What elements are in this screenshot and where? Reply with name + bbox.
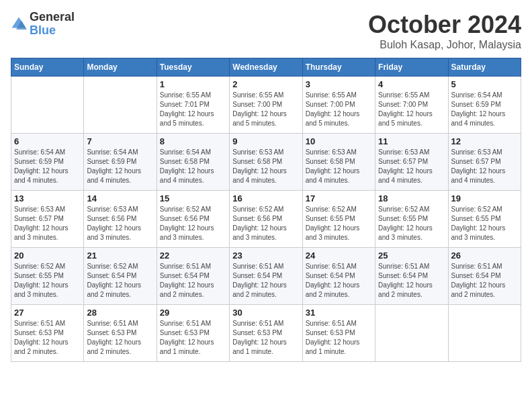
calendar-cell — [448, 305, 521, 362]
calendar: SundayMondayTuesdayWednesdayThursdayFrid… — [11, 58, 521, 362]
day-info: Sunrise: 6:51 AM Sunset: 6:53 PM Dayligh… — [160, 319, 226, 357]
day-number: 18 — [378, 193, 445, 203]
calendar-cell: 30Sunrise: 6:51 AM Sunset: 6:53 PM Dayli… — [230, 305, 302, 362]
calendar-cell: 10Sunrise: 6:53 AM Sunset: 6:58 PM Dayli… — [302, 134, 375, 191]
calendar-cell: 5Sunrise: 6:54 AM Sunset: 6:59 PM Daylig… — [448, 77, 521, 134]
calendar-cell: 12Sunrise: 6:53 AM Sunset: 6:57 PM Dayli… — [448, 134, 521, 191]
calendar-cell: 16Sunrise: 6:52 AM Sunset: 6:56 PM Dayli… — [230, 191, 302, 248]
calendar-cell: 6Sunrise: 6:54 AM Sunset: 6:59 PM Daylig… — [11, 134, 84, 191]
calendar-cell: 22Sunrise: 6:51 AM Sunset: 6:54 PM Dayli… — [157, 248, 229, 305]
day-header-sunday: Sunday — [11, 58, 84, 77]
day-info: Sunrise: 6:52 AM Sunset: 6:54 PM Dayligh… — [87, 262, 153, 300]
logo-icon — [11, 16, 27, 32]
calendar-cell: 21Sunrise: 6:52 AM Sunset: 6:54 PM Dayli… — [84, 248, 157, 305]
month-title: October 2024 — [368, 11, 521, 39]
day-number: 4 — [378, 79, 445, 89]
calendar-cell: 23Sunrise: 6:51 AM Sunset: 6:54 PM Dayli… — [230, 248, 302, 305]
day-info: Sunrise: 6:51 AM Sunset: 6:53 PM Dayligh… — [232, 319, 299, 357]
day-info: Sunrise: 6:53 AM Sunset: 6:56 PM Dayligh… — [87, 205, 153, 242]
calendar-cell: 25Sunrise: 6:51 AM Sunset: 6:54 PM Dayli… — [375, 248, 448, 305]
calendar-cell: 7Sunrise: 6:54 AM Sunset: 6:59 PM Daylig… — [84, 134, 157, 191]
day-number: 7 — [87, 136, 153, 146]
day-info: Sunrise: 6:55 AM Sunset: 7:00 PM Dayligh… — [306, 91, 372, 128]
day-number: 6 — [14, 136, 81, 146]
day-info: Sunrise: 6:54 AM Sunset: 6:58 PM Dayligh… — [160, 148, 226, 185]
day-info: Sunrise: 6:53 AM Sunset: 6:57 PM Dayligh… — [451, 148, 518, 185]
calendar-cell: 9Sunrise: 6:53 AM Sunset: 6:58 PM Daylig… — [230, 134, 302, 191]
calendar-cell: 18Sunrise: 6:52 AM Sunset: 6:55 PM Dayli… — [375, 191, 448, 248]
day-info: Sunrise: 6:51 AM Sunset: 6:54 PM Dayligh… — [160, 262, 226, 300]
day-info: Sunrise: 6:52 AM Sunset: 6:56 PM Dayligh… — [232, 205, 299, 242]
day-info: Sunrise: 6:52 AM Sunset: 6:55 PM Dayligh… — [14, 262, 81, 300]
day-info: Sunrise: 6:51 AM Sunset: 6:54 PM Dayligh… — [306, 262, 372, 300]
calendar-cell: 1Sunrise: 6:55 AM Sunset: 7:01 PM Daylig… — [157, 77, 229, 134]
day-info: Sunrise: 6:51 AM Sunset: 6:54 PM Dayligh… — [451, 262, 518, 300]
day-number: 13 — [14, 193, 81, 203]
day-info: Sunrise: 6:53 AM Sunset: 6:57 PM Dayligh… — [14, 205, 81, 242]
day-info: Sunrise: 6:51 AM Sunset: 6:53 PM Dayligh… — [14, 319, 81, 357]
logo-blue: Blue — [30, 24, 75, 38]
day-number: 19 — [451, 193, 518, 203]
calendar-cell: 19Sunrise: 6:52 AM Sunset: 6:55 PM Dayli… — [448, 191, 521, 248]
calendar-cell: 14Sunrise: 6:53 AM Sunset: 6:56 PM Dayli… — [84, 191, 157, 248]
day-header-thursday: Thursday — [302, 58, 375, 77]
day-number: 15 — [160, 193, 226, 203]
day-number: 24 — [306, 250, 372, 261]
day-info: Sunrise: 6:51 AM Sunset: 6:53 PM Dayligh… — [306, 319, 372, 357]
calendar-cell: 15Sunrise: 6:52 AM Sunset: 6:56 PM Dayli… — [157, 191, 229, 248]
day-info: Sunrise: 6:53 AM Sunset: 6:58 PM Dayligh… — [232, 148, 299, 185]
day-header-friday: Friday — [375, 58, 448, 77]
day-number: 28 — [87, 308, 153, 318]
day-number: 29 — [160, 308, 226, 318]
calendar-cell: 4Sunrise: 6:55 AM Sunset: 7:00 PM Daylig… — [375, 77, 448, 134]
day-info: Sunrise: 6:55 AM Sunset: 7:01 PM Dayligh… — [160, 91, 226, 128]
day-info: Sunrise: 6:52 AM Sunset: 6:55 PM Dayligh… — [306, 205, 372, 242]
day-number: 22 — [160, 250, 226, 261]
day-number: 30 — [232, 308, 299, 318]
day-number: 25 — [378, 250, 445, 261]
day-number: 21 — [87, 250, 153, 261]
calendar-cell: 28Sunrise: 6:51 AM Sunset: 6:53 PM Dayli… — [84, 305, 157, 362]
day-info: Sunrise: 6:51 AM Sunset: 6:54 PM Dayligh… — [378, 262, 445, 300]
day-info: Sunrise: 6:52 AM Sunset: 6:56 PM Dayligh… — [160, 205, 226, 242]
day-info: Sunrise: 6:51 AM Sunset: 6:54 PM Dayligh… — [232, 262, 299, 300]
calendar-cell — [11, 77, 84, 134]
calendar-cell: 31Sunrise: 6:51 AM Sunset: 6:53 PM Dayli… — [302, 305, 375, 362]
day-info: Sunrise: 6:55 AM Sunset: 7:00 PM Dayligh… — [232, 91, 299, 128]
logo: General Blue — [11, 11, 75, 38]
calendar-cell: 27Sunrise: 6:51 AM Sunset: 6:53 PM Dayli… — [11, 305, 84, 362]
day-number: 1 — [160, 79, 226, 89]
day-number: 16 — [232, 193, 299, 203]
day-info: Sunrise: 6:54 AM Sunset: 6:59 PM Dayligh… — [87, 148, 153, 185]
day-info: Sunrise: 6:54 AM Sunset: 6:59 PM Dayligh… — [14, 148, 81, 185]
day-number: 2 — [232, 79, 299, 89]
calendar-cell: 17Sunrise: 6:52 AM Sunset: 6:55 PM Dayli… — [302, 191, 375, 248]
day-header-wednesday: Wednesday — [230, 58, 302, 77]
calendar-cell: 29Sunrise: 6:51 AM Sunset: 6:53 PM Dayli… — [157, 305, 229, 362]
calendar-cell: 11Sunrise: 6:53 AM Sunset: 6:57 PM Dayli… — [375, 134, 448, 191]
calendar-cell — [375, 305, 448, 362]
logo-general: General — [30, 11, 75, 24]
calendar-cell: 26Sunrise: 6:51 AM Sunset: 6:54 PM Dayli… — [448, 248, 521, 305]
day-number: 27 — [14, 308, 81, 318]
day-info: Sunrise: 6:55 AM Sunset: 7:00 PM Dayligh… — [378, 91, 445, 128]
day-header-saturday: Saturday — [448, 58, 521, 77]
day-number: 31 — [306, 308, 372, 318]
day-info: Sunrise: 6:51 AM Sunset: 6:53 PM Dayligh… — [87, 319, 153, 357]
calendar-cell: 8Sunrise: 6:54 AM Sunset: 6:58 PM Daylig… — [157, 134, 229, 191]
calendar-cell: 24Sunrise: 6:51 AM Sunset: 6:54 PM Dayli… — [302, 248, 375, 305]
calendar-cell: 3Sunrise: 6:55 AM Sunset: 7:00 PM Daylig… — [302, 77, 375, 134]
day-info: Sunrise: 6:52 AM Sunset: 6:55 PM Dayligh… — [378, 205, 445, 242]
day-info: Sunrise: 6:52 AM Sunset: 6:55 PM Dayligh… — [451, 205, 518, 242]
day-number: 20 — [14, 250, 81, 261]
calendar-cell: 13Sunrise: 6:53 AM Sunset: 6:57 PM Dayli… — [11, 191, 84, 248]
day-number: 26 — [451, 250, 518, 261]
calendar-cell: 2Sunrise: 6:55 AM Sunset: 7:00 PM Daylig… — [230, 77, 302, 134]
day-number: 9 — [232, 136, 299, 146]
day-number: 11 — [378, 136, 445, 146]
day-info: Sunrise: 6:53 AM Sunset: 6:57 PM Dayligh… — [378, 148, 445, 185]
day-number: 23 — [232, 250, 299, 261]
location-title: Buloh Kasap, Johor, Malaysia — [368, 39, 521, 51]
day-number: 17 — [306, 193, 372, 203]
day-info: Sunrise: 6:54 AM Sunset: 6:59 PM Dayligh… — [451, 91, 518, 128]
